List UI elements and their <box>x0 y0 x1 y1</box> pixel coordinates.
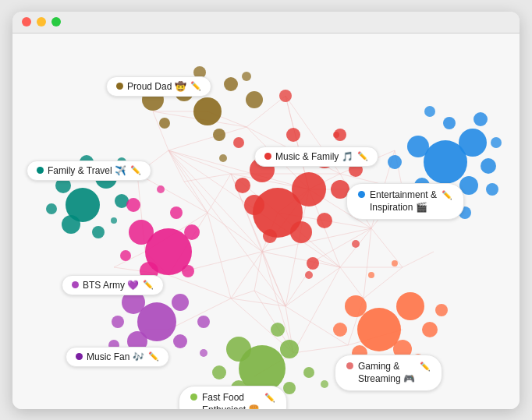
svg-point-175 <box>368 272 374 278</box>
svg-point-172 <box>388 155 402 169</box>
svg-point-102 <box>235 178 250 193</box>
svg-point-141 <box>280 340 299 358</box>
svg-point-127 <box>182 265 194 277</box>
entertainment-dot <box>358 191 365 198</box>
svg-point-126 <box>126 198 140 212</box>
gaming-streaming-edit-icon[interactable]: ✏️ <box>420 361 431 372</box>
bts-army-dot <box>72 281 79 288</box>
entertainment-text-line2: Inspiration 🎬 <box>370 201 437 214</box>
svg-point-111 <box>233 137 244 148</box>
fast-food-text-line2: Enthusiast 🍔 <box>202 404 260 408</box>
titlebar <box>12 12 520 34</box>
svg-point-118 <box>92 226 105 238</box>
svg-point-132 <box>172 294 189 311</box>
svg-line-50 <box>293 345 348 353</box>
svg-point-164 <box>481 158 496 174</box>
family-travel-dot <box>37 167 44 174</box>
svg-point-154 <box>422 322 438 337</box>
family-travel-text: Family & Travel ✈️ <box>48 165 126 176</box>
svg-point-105 <box>317 213 332 228</box>
svg-point-173 <box>424 106 435 117</box>
svg-point-176 <box>305 271 313 279</box>
svg-point-161 <box>407 136 429 157</box>
svg-point-143 <box>283 382 296 394</box>
svg-point-151 <box>345 295 367 317</box>
proud-dad-edit-icon[interactable]: ✏️ <box>190 81 201 91</box>
svg-point-183 <box>333 132 339 138</box>
svg-line-84 <box>364 267 403 298</box>
proud-dad-text: Proud Dad 🤠 <box>127 81 186 92</box>
svg-point-180 <box>200 349 207 357</box>
svg-point-140 <box>226 337 251 362</box>
svg-point-123 <box>129 220 154 245</box>
bts-army-edit-icon[interactable]: ✏️ <box>143 280 154 290</box>
svg-point-110 <box>263 229 277 243</box>
gaming-streaming-dot <box>346 362 353 369</box>
svg-point-181 <box>321 380 328 388</box>
family-travel-label[interactable]: Family & Travel ✈️ ✏️ <box>27 161 151 181</box>
bts-army-label[interactable]: BTS Army 💜 ✏️ <box>62 275 164 295</box>
svg-point-119 <box>46 203 57 214</box>
svg-line-77 <box>184 182 207 213</box>
music-family-dot <box>264 153 271 160</box>
minimize-button[interactable] <box>37 17 46 26</box>
svg-point-89 <box>159 118 170 129</box>
entertainment-edit-icon[interactable]: ✏️ <box>442 189 452 201</box>
app-window: Proud Dad 🤠 ✏️ Music & Family 🎵 ✏️ Famil… <box>12 12 520 409</box>
svg-line-75 <box>168 150 184 182</box>
svg-point-137 <box>197 316 210 328</box>
svg-point-150 <box>396 292 424 320</box>
music-family-edit-icon[interactable]: ✏️ <box>357 151 368 161</box>
close-button[interactable] <box>22 17 31 26</box>
svg-point-93 <box>242 72 251 81</box>
svg-point-88 <box>224 77 238 91</box>
music-fan-edit-icon[interactable]: ✏️ <box>148 351 159 362</box>
music-fan-text: Music Fan 🎶 <box>87 351 144 362</box>
svg-line-82 <box>340 267 364 298</box>
svg-point-128 <box>120 250 131 261</box>
svg-point-167 <box>486 183 498 196</box>
svg-point-103 <box>244 195 264 215</box>
entertainment-text-line1: Entertainment & <box>370 189 437 202</box>
entertainment-label[interactable]: Entertainment & Inspiration 🎬 ✏️ <box>346 183 464 221</box>
svg-point-147 <box>271 323 285 337</box>
network-canvas: Proud Dad 🤠 ✏️ Music & Family 🎵 ✏️ Famil… <box>12 34 520 409</box>
svg-point-129 <box>170 206 183 219</box>
svg-point-157 <box>435 304 448 316</box>
svg-point-125 <box>184 224 200 240</box>
svg-point-104 <box>290 221 312 243</box>
fast-food-text-line1: Fast Food <box>202 391 260 404</box>
svg-point-177 <box>219 154 227 162</box>
svg-point-160 <box>459 129 487 157</box>
svg-point-117 <box>62 215 80 234</box>
gaming-streaming-label[interactable]: Gaming & Streaming 🎮 ✏️ <box>335 355 442 392</box>
fast-food-label[interactable]: Fast Food Enthusiast 🍔 ✏️ <box>179 386 287 409</box>
svg-line-6 <box>168 127 246 150</box>
svg-point-109 <box>307 257 319 270</box>
svg-point-165 <box>473 112 488 126</box>
svg-line-44 <box>371 228 403 267</box>
svg-line-36 <box>293 267 340 353</box>
fast-food-edit-icon[interactable]: ✏️ <box>264 392 275 404</box>
svg-point-178 <box>157 185 165 193</box>
svg-line-11 <box>207 174 231 213</box>
svg-point-182 <box>392 260 398 266</box>
svg-line-24 <box>262 252 286 306</box>
svg-line-80 <box>231 291 254 298</box>
svg-point-145 <box>303 367 314 378</box>
music-family-label[interactable]: Music & Family 🎵 ✏️ <box>254 146 378 167</box>
bts-army-text: BTS Army 💜 <box>83 280 139 291</box>
maximize-button[interactable] <box>51 17 61 26</box>
svg-point-100 <box>286 128 300 142</box>
svg-point-94 <box>213 129 225 141</box>
svg-point-166 <box>443 117 456 129</box>
gaming-streaming-text-line1: Gaming & <box>358 360 415 373</box>
svg-point-134 <box>173 334 187 348</box>
proud-dad-label[interactable]: Proud Dad 🤠 ✏️ <box>106 76 211 97</box>
svg-point-108 <box>279 90 292 102</box>
family-travel-edit-icon[interactable]: ✏️ <box>130 165 141 175</box>
svg-point-135 <box>112 316 124 328</box>
music-fan-label[interactable]: Music Fan 🎶 ✏️ <box>66 347 169 367</box>
proud-dad-dot <box>116 83 123 90</box>
gaming-streaming-text-line2: Streaming 🎮 <box>358 372 415 386</box>
